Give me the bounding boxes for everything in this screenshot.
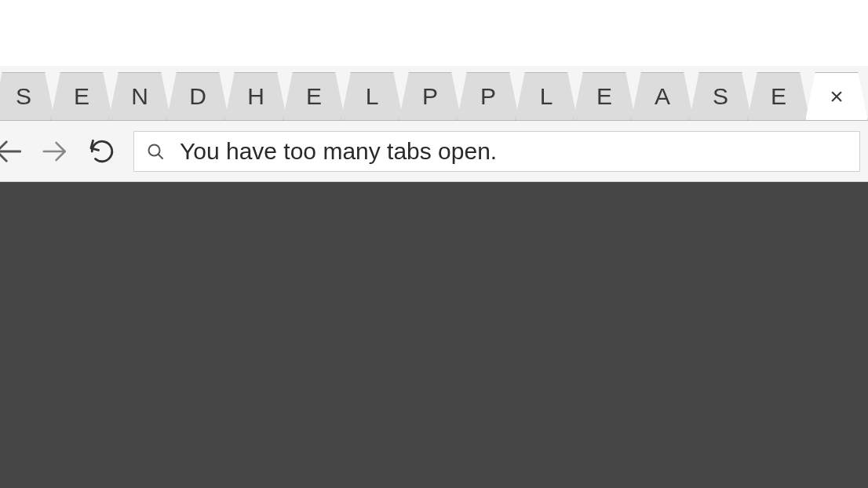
arrow-left-icon (0, 135, 24, 168)
tab-label: P (422, 83, 438, 110)
tab[interactable]: E (283, 72, 345, 121)
tab-strip: SENDHELPPLEASE× (0, 66, 868, 121)
tab[interactable]: E (50, 72, 113, 121)
tab[interactable]: A (631, 72, 694, 121)
tab[interactable]: S (689, 72, 752, 121)
tab[interactable]: N (108, 72, 171, 121)
arrow-right-icon (40, 137, 70, 166)
tab[interactable]: P (457, 72, 520, 121)
toolbar: You have too many tabs open. (0, 121, 868, 182)
back-button[interactable] (0, 128, 31, 175)
forward-button[interactable] (31, 128, 78, 175)
reload-button[interactable] (78, 128, 126, 175)
tab[interactable]: D (166, 72, 229, 121)
tab[interactable]: L (341, 72, 403, 121)
tab-label: L (366, 83, 379, 110)
tab-label: H (247, 83, 264, 110)
tab-label: E (306, 83, 322, 110)
tab-label: D (189, 83, 206, 110)
tab-label: E (771, 83, 786, 110)
reload-icon (89, 138, 115, 165)
address-bar[interactable]: You have too many tabs open. (133, 131, 860, 172)
tab[interactable]: L (515, 72, 578, 121)
tab-label: E (596, 83, 612, 110)
tab-label: P (480, 83, 496, 110)
page-content (0, 182, 868, 488)
address-text[interactable]: You have too many tabs open. (180, 138, 848, 165)
tab[interactable]: S (0, 72, 55, 121)
tab[interactable]: E (747, 72, 810, 121)
tab[interactable]: E (573, 72, 636, 121)
tab-label: S (16, 83, 31, 110)
tab[interactable]: H (224, 72, 287, 121)
tab-label: N (131, 83, 148, 110)
tab-label: A (655, 83, 670, 110)
tab-label: S (713, 83, 728, 110)
search-icon (145, 141, 166, 162)
top-whitespace (0, 0, 868, 66)
svg-line-3 (159, 154, 163, 158)
close-icon: × (830, 83, 844, 110)
tab-label: L (540, 83, 553, 110)
tab-close[interactable]: × (805, 72, 868, 121)
tab[interactable]: P (399, 72, 461, 121)
tab-label: E (74, 83, 89, 110)
